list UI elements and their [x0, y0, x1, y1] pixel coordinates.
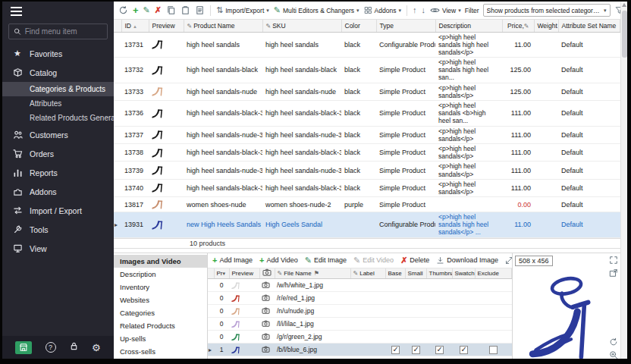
multi-editors-menu[interactable]: ✎ Multi Editors & Changers ▾ [273, 5, 360, 16]
swatch-checkbox[interactable] [460, 346, 468, 354]
base-checkbox[interactable] [391, 346, 400, 354]
image-row[interactable]: ▸ 0 /r/e/red_1.jpg [208, 292, 512, 305]
column-exclude[interactable]: Exclude [475, 268, 512, 279]
tab-images-and-video[interactable]: Images and Video [114, 255, 207, 268]
download-image-button[interactable]: Download Image [436, 256, 498, 265]
sidebar-item-categories-products[interactable]: Categories & Products [2, 82, 114, 96]
sidebar-item-tools[interactable]: Tools [2, 220, 114, 239]
tab-inventory[interactable]: Inventory [114, 281, 207, 293]
delete-product-button[interactable]: ✗ [154, 5, 162, 16]
rotate-button[interactable] [609, 337, 618, 347]
open-external-button[interactable] [609, 268, 618, 278]
thumbnail-checkbox[interactable] [435, 346, 444, 354]
help-button[interactable]: ? [46, 342, 56, 353]
tab-product-reviews[interactable]: Product Reviews [114, 358, 207, 359]
column-preview[interactable]: Preview [149, 20, 184, 32]
view-menu[interactable]: View ▾ [429, 4, 462, 17]
column-product-name[interactable]: ✎Product Name [184, 20, 262, 32]
tab-categories[interactable]: Categories [114, 306, 207, 319]
tab-websites[interactable]: Websites [114, 293, 207, 306]
sidebar-item-catalog[interactable]: Catalog [2, 63, 114, 82]
delete-image-button[interactable]: ✗ Delete [400, 256, 429, 265]
edit-product-button[interactable]: ✎ [143, 5, 151, 16]
product-row[interactable]: ▸ 13740 high heel sandals-black-38 high … [114, 179, 620, 196]
edit-video-button[interactable]: ✎ Edit Video [353, 256, 394, 265]
set-resize-rule-button[interactable]: Set Resize Rule ▾ [505, 256, 512, 265]
add-video-button[interactable]: + Add Video [259, 256, 298, 265]
menu-search-input[interactable] [25, 27, 102, 36]
small-checkbox[interactable] [412, 346, 420, 354]
column-id[interactable]: ID▲ [121, 20, 149, 32]
product-row[interactable]: ▸ 13931 new High Heels Sandals High Geel… [114, 212, 620, 238]
column-label[interactable]: ✎Label [350, 268, 385, 279]
sidebar-item-attributes[interactable]: Attributes [2, 96, 114, 111]
copy-button[interactable] [165, 4, 177, 17]
add-image-button[interactable]: + Add Image [212, 256, 253, 265]
lock-button[interactable] [69, 340, 79, 354]
product-row[interactable]: ▸ 13817 women shoes-nude women shoes-nud… [114, 197, 620, 212]
tab-related-products[interactable]: Related Products [114, 319, 207, 332]
sidebar-item-related-products-generator[interactable]: Related Products Generator [2, 111, 114, 125]
sidebar-item-addons[interactable]: Addons [2, 182, 114, 201]
add-product-button[interactable]: + [132, 4, 140, 17]
column-type[interactable]: Type [376, 20, 435, 32]
fullscreen-button[interactable] [609, 256, 618, 265]
image-row[interactable]: ▸ 0 /l/i/lilac_1.jpg [208, 318, 512, 331]
tab-up-sells[interactable]: Up-sells [114, 332, 207, 345]
sort-desc-button[interactable]: ↓ [420, 5, 426, 16]
product-row[interactable]: ▸ 13736 high heel sandals-black-36 high … [114, 101, 620, 127]
sidebar-item-favorites[interactable]: ★ Favorites [2, 44, 114, 63]
column-description[interactable]: Description [435, 20, 502, 32]
product-row[interactable]: ▸ 13739 high heel sandals-nude-37 high h… [114, 162, 620, 179]
scroll-up-icon[interactable] [622, 3, 626, 7]
exclude-checkbox[interactable] [489, 346, 498, 354]
column-camera[interactable] [259, 268, 275, 279]
sidebar-item-customers[interactable]: Customers [2, 125, 114, 144]
cell-description: <p>high heel sandals</p> [435, 162, 502, 179]
tab-cross-sells[interactable]: Cross-sells [114, 345, 207, 358]
column-price[interactable]: Price,✎ [502, 20, 534, 32]
column-thumbnail[interactable]: Thumbna [426, 268, 452, 279]
sidebar-item-import-export[interactable]: Import / Export [2, 201, 114, 220]
addons-menu[interactable]: Addons ▾ [363, 5, 402, 16]
pencil-icon: ✎ [187, 23, 193, 30]
edit-image-button[interactable]: ✎ Edit Image [305, 256, 347, 265]
column-priority[interactable]: Pr▾ [214, 268, 229, 279]
sidebar-item-orders[interactable]: Orders [2, 144, 114, 163]
product-row[interactable]: ▸ 13738 high heel sandals-black-37 high … [114, 143, 620, 161]
zoom-in-button[interactable] [609, 350, 618, 359]
vertical-scrollbar[interactable] [620, 2, 627, 359]
sidebar-item-view[interactable]: View [2, 239, 114, 258]
store-pos-button[interactable] [15, 341, 32, 354]
sidebar-item-reports[interactable]: Reports [2, 163, 114, 182]
column-image-preview[interactable]: Preview [229, 268, 259, 279]
filters-menu[interactable]: Filters ▾ [614, 5, 620, 16]
column-sku[interactable]: ✎SKU [262, 20, 341, 32]
column-small[interactable]: Small [405, 268, 426, 279]
image-row[interactable]: ▸ 0 /n/u/nude.jpg [208, 305, 512, 318]
category-filter-select[interactable]: Show products from selected categories ▾ [483, 4, 611, 17]
settings-gear-button[interactable]: ⚙ [92, 343, 101, 353]
image-row[interactable]: ▸ 1 /b/l/blue_6.jpg [208, 344, 512, 356]
import-export-menu[interactable]: ⇅ Import/Export ▾ [215, 5, 270, 16]
product-row[interactable]: ▸ 13731 high heel sandals high heel sand… [114, 32, 620, 58]
sheet-button[interactable] [194, 4, 206, 17]
image-row[interactable]: ▸ 0 /g/r/green_2.jpg [208, 331, 512, 344]
paste-button[interactable] [180, 4, 191, 17]
image-row[interactable]: ▸ 0 /w/h/white_1.jpg [208, 279, 512, 292]
tab-description[interactable]: Description [114, 268, 207, 281]
hamburger-menu-button[interactable] [2, 2, 114, 21]
product-row[interactable]: ▸ 13737 high heel sandals-nude-36 high h… [114, 126, 620, 143]
image-thumbnail [229, 292, 259, 305]
column-swatch[interactable]: Swatch [452, 268, 475, 279]
column-attribute-set[interactable]: Attribute Set Name [558, 20, 620, 32]
column-weight[interactable]: Weight [534, 20, 558, 32]
column-color[interactable]: Color [341, 20, 376, 32]
column-file-name[interactable]: ✎File Name⚑ [275, 268, 350, 279]
product-row[interactable]: ▸ 13733 high heel sandals-nude high heel… [114, 83, 620, 100]
product-row[interactable]: ▸ 13732 high heel sandals-black high hee… [114, 58, 620, 83]
scrollbar-thumb[interactable] [622, 11, 627, 58]
column-base[interactable]: Base [385, 268, 405, 279]
refresh-button[interactable] [118, 4, 129, 17]
sort-asc-button[interactable]: ↑ [412, 5, 418, 16]
